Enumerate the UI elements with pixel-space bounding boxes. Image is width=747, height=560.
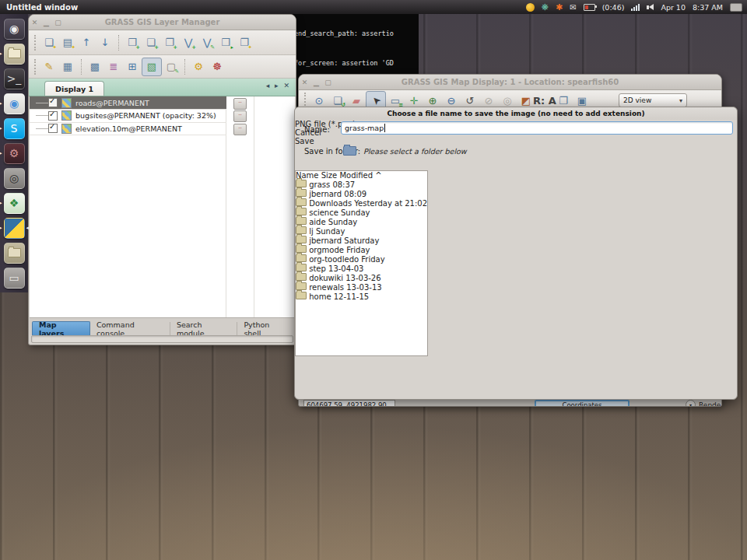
sound-icon[interactable] [647, 4, 654, 10]
file-row[interactable]: grass 08:37 [296, 180, 427, 189]
new-map-display-button[interactable]: ❏ ✦ [40, 34, 58, 51]
dock-item-grass-gis[interactable]: ▸ ❖ ◂ [0, 191, 28, 215]
dock-item-disk[interactable]: ▸ ▭ ◂ [0, 265, 28, 290]
dock-item-skype[interactable]: ▸ S ◂ [0, 116, 28, 141]
file-name: lj [309, 227, 314, 236]
add-vector-misc-button[interactable]: ⋁ ✎ [198, 34, 216, 51]
column-modified[interactable]: Modified [339, 171, 373, 180]
layer-manager-titlebar[interactable]: ✕ ▁ ▢ GRASS GIS Layer Manager [29, 15, 296, 30]
file-row[interactable]: Downloads Yesterday at 21:02 [296, 198, 427, 208]
file-row[interactable]: lj Sunday [296, 226, 427, 236]
attribute-table-button[interactable]: ▦ [58, 58, 77, 75]
file-rows: grass 08:37 jbernard 08:09 Downloads Yes… [296, 180, 427, 301]
save-workspace-button[interactable]: ↓ [96, 34, 114, 51]
save-button[interactable]: Save [295, 137, 737, 145]
tab-python-shell[interactable]: Python shell [237, 322, 295, 335]
file-row[interactable]: orgmode Friday [296, 245, 427, 254]
toolbar-separator [118, 35, 119, 51]
cartographic-composer-button[interactable]: ▧ [142, 58, 162, 76]
time-label[interactable]: 8:37 AM [693, 3, 723, 12]
weather-indicator-icon[interactable]: ❋ [542, 3, 549, 12]
layer-options-button[interactable]: ·· [233, 110, 247, 122]
file-row[interactable]: dokuwiki 13-03-26 [296, 273, 427, 282]
dock-item-dash-home[interactable]: ▸ ◉ ◂ [0, 16, 28, 41]
add-vector-layer-button[interactable]: ⋁ + [179, 34, 198, 51]
gui-settings-button[interactable]: ⚙ [189, 58, 208, 75]
top-menu-bar: Untitled window ❋ ✱ ✉ (0:46) Apr 10 8:37… [0, 0, 747, 14]
add-raster-layer-button[interactable]: ❏ + [142, 34, 160, 51]
dock-item-terminal[interactable]: ▸ >_ ◂ [0, 66, 28, 91]
file-modified: Friday [346, 246, 370, 254]
running-arrow-icon: ▸ [0, 225, 2, 231]
layer-options-button[interactable]: ·· [233, 98, 247, 110]
battery-icon[interactable] [584, 4, 595, 11]
file-row[interactable]: jbernard 08:09 [296, 189, 427, 198]
column-size[interactable]: Size [321, 171, 338, 180]
dock-item-screenshot[interactable]: ▸ ◎ ◂ [0, 166, 28, 191]
tab-scroll-arrows[interactable]: ◂ ▸ ✕ [266, 82, 291, 89]
map-calculator-button[interactable]: ▩ [86, 58, 104, 75]
layer-options-button[interactable]: ·· [233, 124, 247, 135]
file-row[interactable]: science Sunday [296, 208, 427, 217]
maximize-icon[interactable]: ▢ [52, 19, 64, 26]
georectifier-button[interactable]: ⊞ [123, 58, 142, 75]
add-group-button[interactable]: ❒ ▸ [216, 34, 235, 51]
progress-strip [31, 335, 293, 343]
dock-item-chromium[interactable]: ▸ ◉ ◂ [0, 91, 28, 116]
layer-row[interactable]: roads@PERMANENT [30, 96, 226, 110]
network-signal-icon[interactable] [631, 3, 640, 11]
new-workspace-button[interactable]: ▤ ✦ [58, 34, 77, 51]
layer-checkbox[interactable] [48, 98, 58, 107]
minimize-icon[interactable]: ▁ [40, 19, 52, 26]
run-script-button[interactable]: ▢ ✎ [162, 58, 181, 75]
tab-command-console[interactable]: Command console [90, 322, 170, 335]
file-row[interactable]: home 12-11-15 [296, 292, 427, 301]
maximize-icon[interactable]: ▢ [322, 79, 334, 86]
graphical-modeler-button[interactable]: ≣ [104, 58, 123, 75]
date-label[interactable]: Apr 10 [661, 3, 686, 12]
file-row[interactable]: aide Sunday [296, 217, 427, 226]
statusbar-mode-dropdown[interactable]: Coordinates [535, 400, 630, 406]
add-overlays-button[interactable]: ❐ ✦ [235, 34, 254, 51]
file-row[interactable]: step 13-04-03 [296, 264, 427, 273]
dock-item-files[interactable]: ▸ ◂ [0, 41, 28, 66]
layer-row[interactable]: bugsites@PERMANENT (opacity: 32%) [30, 110, 226, 123]
help-button[interactable]: ☸ [208, 58, 226, 75]
close-icon[interactable]: ✕ [299, 79, 310, 86]
add-raster-misc-button[interactable]: ❐ + [160, 34, 179, 51]
layer-checkbox[interactable] [48, 124, 58, 133]
add-multiple-layers-button[interactable]: ❒ + [123, 34, 142, 51]
open-workspace-button[interactable]: ↑ [77, 34, 96, 51]
coordinates-value[interactable]: 604697.59, 4921982.90 [303, 400, 395, 406]
ubuntuone-indicator-icon[interactable] [526, 3, 535, 12]
dock-item-python[interactable]: ▸ ◂ [0, 215, 28, 240]
tab-display-1[interactable]: Display 1 [44, 81, 104, 96]
layer-row[interactable]: elevation.10m@PERMANENT [30, 122, 226, 135]
dock-item-folder[interactable]: ▸ ◂ [0, 240, 28, 265]
layer-checkbox[interactable] [48, 111, 58, 121]
tab-search-module[interactable]: Search module [170, 322, 238, 335]
minimize-icon[interactable]: ▁ [310, 79, 322, 86]
message-indicator-icon[interactable]: ✉ [570, 3, 576, 12]
dock-tile: ❖ [4, 193, 25, 214]
folder-icon [296, 282, 307, 290]
filename-input[interactable]: grass-map [341, 121, 733, 135]
render-toggle-icon[interactable]: ▾ [686, 400, 696, 406]
edit-vector-button[interactable]: ✎ [40, 58, 58, 75]
file-row[interactable]: jbernard Saturday [296, 236, 427, 245]
dock-item-system-config[interactable]: ▸ ⚙ ◂ [0, 141, 28, 166]
file-row[interactable]: org-toodledo Friday [296, 254, 427, 264]
file-row[interactable]: renewals 13-03-13 [296, 282, 427, 292]
dialog-title[interactable]: Choose a file name to save the image (no… [295, 107, 737, 120]
dock-tile: ▭ [4, 268, 25, 289]
sort-ascending-icon[interactable]: ^ [375, 171, 381, 180]
tab-map-layers[interactable]: Map layers [32, 321, 90, 335]
render-control[interactable]: ▾ Render [686, 400, 721, 406]
view-mode-dropdown[interactable]: 2D view▾ [619, 93, 687, 107]
cartographic-composer-icon: ▧ [147, 61, 156, 72]
keyboard-indicator-icon[interactable] [730, 3, 742, 12]
update-indicator-icon[interactable]: ✱ [556, 3, 563, 12]
map-display-titlebar[interactable]: ✕ ▁ ▢ GRASS GIS Map Display: 1 - Locatio… [299, 75, 721, 90]
close-icon[interactable]: ✕ [29, 19, 40, 26]
edit-vector-icon: ✎ [45, 61, 54, 72]
